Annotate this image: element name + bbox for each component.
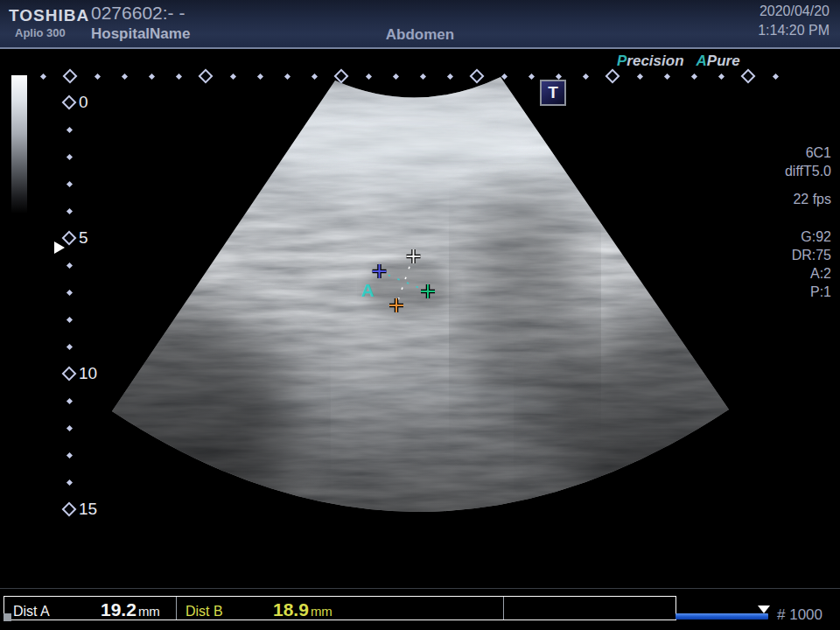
result-label: Dist A (4, 604, 101, 620)
cine-position-icon[interactable] (758, 606, 770, 613)
caliper-pair-label: A (360, 280, 374, 300)
result-dist-a: Dist A 19.2 mm (4, 597, 176, 620)
param-preset: diffT5.0 (785, 162, 831, 180)
cine-scroll-bar[interactable] (676, 613, 768, 620)
brand-logo: TOSHIBA (9, 6, 89, 25)
param-transducer: 6C1 (785, 144, 831, 162)
param-frame-rate: 22 fps (785, 190, 831, 208)
image-parameters: 6C1 diffT5.0 22 fps G:92 DR:75 A:2 P:1 (785, 144, 831, 301)
depth-label: 10 (79, 364, 97, 383)
probe-orientation-marker[interactable]: T (540, 80, 566, 106)
param-a: A:2 (785, 264, 831, 283)
patient-id: 0276602:- - (91, 3, 185, 24)
result-dist-b: Dist B 18.9 mm (177, 597, 503, 620)
grayscale-bar (11, 75, 27, 214)
depth-label: 5 (79, 228, 88, 248)
fan-texture (0, 66, 840, 538)
exam-type: Abdomen (332, 26, 508, 44)
hospital-name: HospitalName (91, 25, 190, 43)
header-bar: TOSHIBA Aplio 300 0276602:- - HospitalNa… (0, 0, 840, 49)
exam-date: 2020/04/20 (760, 4, 830, 19)
depth-label: 15 (79, 500, 97, 519)
param-p: P:1 (785, 283, 831, 301)
param-gain: G:92 (785, 228, 831, 246)
exam-time: 1:14:20 PM (758, 23, 830, 38)
result-value: 18.9 (273, 599, 309, 620)
model-name: Aplio 300 (15, 26, 66, 39)
table-divider (503, 597, 504, 620)
mode-indicators: PrecisionAPure (617, 52, 752, 70)
focus-marker-icon[interactable] (54, 242, 65, 254)
result-label: Dist B (177, 604, 273, 620)
frame-counter: # 1000 (777, 606, 822, 624)
depth-label: 0 (79, 93, 88, 112)
apure-mode-label: APure (696, 52, 740, 69)
separator-line (0, 588, 840, 589)
ultrasound-screen: A TOSHIBA Aplio 300 0276602:- - Hospital… (0, 0, 840, 630)
precision-mode-label: Precision (617, 52, 684, 69)
param-dynamic-range: DR:75 (785, 246, 831, 264)
result-unit: mm (138, 604, 160, 619)
measurement-results-table: Dist A 19.2 mm Dist B 18.9 mm (4, 596, 676, 620)
ultrasound-image: A (0, 0, 840, 630)
result-value: 19.2 (101, 599, 136, 620)
result-unit: mm (311, 604, 332, 619)
scroll-indicator (4, 613, 11, 621)
